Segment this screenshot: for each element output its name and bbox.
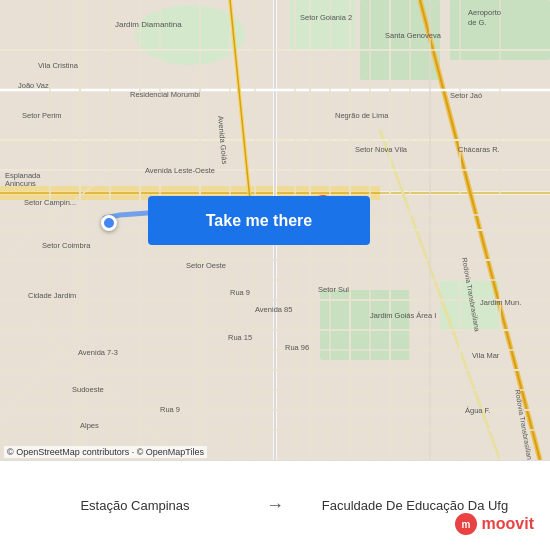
svg-text:Jardim Mun.: Jardim Mun. xyxy=(480,298,521,307)
svg-text:Setor Sul: Setor Sul xyxy=(318,285,349,294)
moovit-logo: m moovit xyxy=(454,512,534,536)
svg-text:Avenida Leste-Oeste: Avenida Leste-Oeste xyxy=(145,166,215,175)
svg-text:Jardim Diamantina: Jardim Diamantina xyxy=(115,20,182,29)
svg-text:Rua 9: Rua 9 xyxy=(230,288,250,297)
moovit-icon: m xyxy=(454,512,478,536)
svg-text:Setor Goiania 2: Setor Goiania 2 xyxy=(300,13,352,22)
svg-text:Setor Coimbra: Setor Coimbra xyxy=(42,241,91,250)
svg-text:Negrão de Lima: Negrão de Lima xyxy=(335,111,389,120)
svg-text:Setor Perim: Setor Perim xyxy=(22,111,62,120)
map-attribution: © OpenStreetMap contributors · © OpenMap… xyxy=(4,446,207,458)
svg-text:Jardim Goiás Área I: Jardim Goiás Área I xyxy=(370,311,436,320)
bottom-bar: Estação Campinas → Faculdade De Educação… xyxy=(0,460,550,550)
svg-text:Sudoeste: Sudoeste xyxy=(72,385,104,394)
origin-pin xyxy=(101,215,117,231)
svg-text:Água F.: Água F. xyxy=(465,406,490,415)
svg-text:Alpes: Alpes xyxy=(80,421,99,430)
svg-text:Chácaras R.: Chácaras R. xyxy=(458,145,500,154)
arrow-icon: → xyxy=(266,495,284,516)
origin-label: Estação Campinas xyxy=(16,498,254,513)
svg-text:Setor Oeste: Setor Oeste xyxy=(186,261,226,270)
svg-text:Santa Genoveva: Santa Genoveva xyxy=(385,31,442,40)
svg-point-4 xyxy=(135,5,245,65)
svg-text:Vila Mar: Vila Mar xyxy=(472,351,500,360)
moovit-text: moovit xyxy=(482,515,534,533)
svg-text:Anincuns: Anincuns xyxy=(5,179,36,188)
svg-text:Setor Nova Vila: Setor Nova Vila xyxy=(355,145,408,154)
svg-text:Avenida 85: Avenida 85 xyxy=(255,305,292,314)
svg-text:Rua 15: Rua 15 xyxy=(228,333,252,342)
map-container: Jardim Diamantina Vila Cristina Setor Pe… xyxy=(0,0,550,460)
svg-text:Rua 96: Rua 96 xyxy=(285,343,309,352)
svg-text:Setor Jaó: Setor Jaó xyxy=(450,91,482,100)
svg-text:Setor Campin...: Setor Campin... xyxy=(24,198,76,207)
svg-text:Rua 9: Rua 9 xyxy=(160,405,180,414)
svg-text:Cidade Jardim: Cidade Jardim xyxy=(28,291,76,300)
svg-text:Aeroporto: Aeroporto xyxy=(468,8,501,17)
svg-text:Residencial Morumbi: Residencial Morumbi xyxy=(130,90,200,99)
svg-rect-3 xyxy=(290,0,355,50)
svg-text:João Vaz: João Vaz xyxy=(18,81,49,90)
svg-text:Avenida 7-3: Avenida 7-3 xyxy=(78,348,118,357)
svg-text:Vila Cristina: Vila Cristina xyxy=(38,61,79,70)
take-me-there-button[interactable]: Take me there xyxy=(148,196,370,245)
svg-text:de G.: de G. xyxy=(468,18,486,27)
svg-text:m: m xyxy=(461,519,470,530)
destination-label: Faculdade De Educação Da Ufg xyxy=(296,498,534,513)
